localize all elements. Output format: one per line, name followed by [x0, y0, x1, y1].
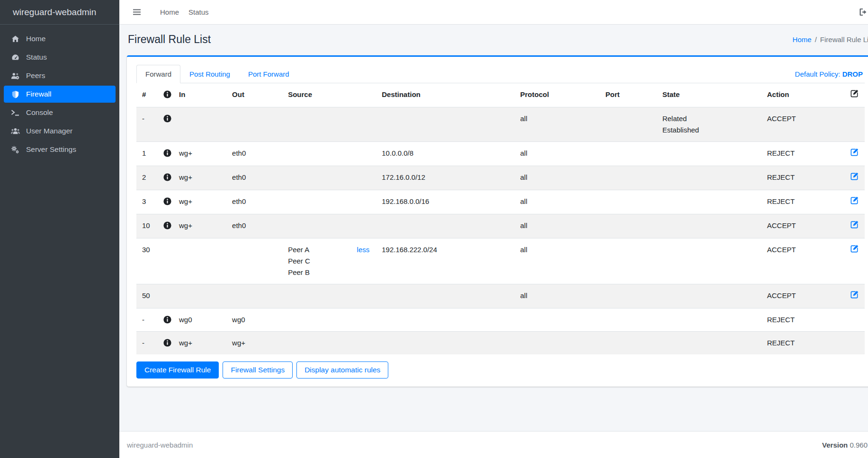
rule-port — [600, 284, 657, 308]
info-icon[interactable] — [163, 316, 171, 324]
rule-port — [600, 332, 657, 355]
source-less-link[interactable]: less — [357, 244, 371, 255]
sidebar-item-server-settings[interactable]: Server Settings — [4, 141, 116, 158]
rule-number: 1 — [136, 142, 158, 166]
default-policy-label: Default Policy: — [795, 70, 841, 78]
rule-info — [158, 332, 173, 355]
rule-action: ACCEPT — [761, 284, 838, 308]
tab-forward[interactable]: Forward — [136, 65, 180, 83]
rule-in — [173, 238, 226, 284]
footer-version: Version 0.960 — [822, 441, 868, 449]
rule-in: wg+ — [173, 166, 226, 190]
col-header-in: In — [173, 83, 226, 107]
rule-port — [600, 238, 657, 284]
rule-in — [173, 284, 226, 308]
sidebar-item-firewall[interactable]: Firewall — [4, 86, 116, 103]
col-header-info — [158, 83, 173, 107]
nav-link-home[interactable]: Home — [160, 8, 179, 16]
rule-destination — [376, 332, 514, 355]
footer: wireguard-webadmin Version 0.960 — [119, 431, 868, 458]
rule-edit — [838, 238, 865, 284]
sidebar-item-label: Console — [26, 108, 53, 117]
rule-in: wg+ — [173, 332, 226, 355]
rule-source — [282, 332, 376, 355]
logout-icon[interactable] — [859, 8, 868, 17]
firewall-rule-row: 10wg+eth0allACCEPT — [136, 214, 865, 238]
edit-rule-button[interactable] — [850, 220, 859, 229]
rule-edit — [838, 214, 865, 238]
brand-title[interactable]: wireguard-webadmin — [0, 0, 119, 25]
rule-state — [657, 308, 761, 332]
rule-number: - — [136, 107, 158, 142]
edit-rule-button[interactable] — [850, 290, 859, 299]
rule-source — [282, 142, 376, 166]
content-area: Firewall Rule List Home/Firewall Rule Li… — [119, 25, 868, 431]
info-icon[interactable] — [163, 197, 171, 205]
edit-rule-button[interactable] — [850, 172, 859, 181]
rule-info — [158, 238, 173, 284]
rule-action: ACCEPT — [761, 214, 838, 238]
rule-out: eth0 — [226, 142, 282, 166]
display-automatic-rules-button[interactable]: Display automatic rules — [296, 361, 388, 379]
info-icon[interactable] — [163, 90, 171, 98]
breadcrumb-separator: / — [812, 35, 820, 44]
rule-source — [282, 214, 376, 238]
rule-in — [173, 107, 226, 142]
rule-source: Peer APeer CPeer Bless — [282, 238, 376, 284]
sidebar-item-status[interactable]: Status — [4, 49, 116, 66]
info-icon[interactable] — [163, 221, 171, 229]
menu-toggle-icon[interactable] — [130, 6, 144, 18]
info-icon[interactable] — [163, 173, 171, 181]
nav-link-status[interactable]: Status — [188, 8, 209, 16]
rule-out: wg+ — [226, 332, 282, 355]
info-icon[interactable] — [163, 149, 171, 157]
rule-state — [657, 332, 761, 355]
rule-edit — [838, 142, 865, 166]
edit-rule-button[interactable] — [850, 244, 859, 253]
rule-number: - — [136, 332, 158, 355]
firewall-settings-button[interactable]: Firewall Settings — [223, 361, 293, 379]
rule-port — [600, 308, 657, 332]
tab-port-forward[interactable]: Port Forward — [239, 65, 298, 83]
navbar-links: HomeStatus — [151, 8, 209, 16]
firewall-rule-row: 1wg+eth010.0.0.0/8allREJECT — [136, 142, 865, 166]
rule-out — [226, 238, 282, 284]
rule-protocol: all — [514, 284, 600, 308]
sidebar-item-peers[interactable]: Peers — [4, 67, 116, 84]
rule-state — [657, 166, 761, 190]
default-policy-value: DROP — [842, 70, 863, 78]
rule-number: - — [136, 308, 158, 332]
firewall-rule-row: -wg0wg0REJECT — [136, 308, 865, 332]
rule-destination: 172.16.0.0/12 — [376, 166, 514, 190]
rule-info — [158, 214, 173, 238]
col-header-action: Action — [761, 83, 838, 107]
sidebar-item-console[interactable]: Console — [4, 104, 116, 121]
sidebar-item-label: Firewall — [26, 90, 51, 98]
rule-action: REJECT — [761, 332, 838, 355]
main-area: HomeStatus Firewall Rule List Home/Firew… — [119, 0, 868, 458]
tab-post-routing[interactable]: Post Routing — [180, 65, 239, 83]
sidebar-item-user-manager[interactable]: User Manager — [4, 123, 116, 140]
edit-rule-button[interactable] — [850, 196, 859, 205]
default-policy[interactable]: Default Policy: DROP — [793, 65, 865, 83]
info-icon[interactable] — [163, 339, 171, 347]
breadcrumb-home-link[interactable]: Home — [793, 35, 812, 44]
create-firewall-rule-button[interactable]: Create Firewall Rule — [136, 361, 219, 379]
edit-rule-button[interactable] — [850, 148, 859, 157]
rule-out: eth0 — [226, 190, 282, 214]
rule-action: REJECT — [761, 166, 838, 190]
sidebar-item-home[interactable]: Home — [4, 30, 116, 47]
sidebar-item-label: User Manager — [26, 127, 72, 135]
sidebar-item-label: Status — [26, 53, 47, 62]
rule-in: wg0 — [173, 308, 226, 332]
card-actions: Create Firewall RuleFirewall SettingsDis… — [136, 361, 865, 379]
info-icon[interactable] — [163, 114, 171, 123]
sidebar-item-label: Home — [26, 35, 45, 43]
rule-edit — [838, 190, 865, 214]
rule-edit — [838, 284, 865, 308]
rule-info — [158, 166, 173, 190]
col-header-number: # — [136, 83, 158, 107]
rule-edit — [838, 308, 865, 332]
breadcrumb-current: Firewall Rule List — [820, 35, 868, 44]
rule-action: ACCEPT — [761, 238, 838, 284]
